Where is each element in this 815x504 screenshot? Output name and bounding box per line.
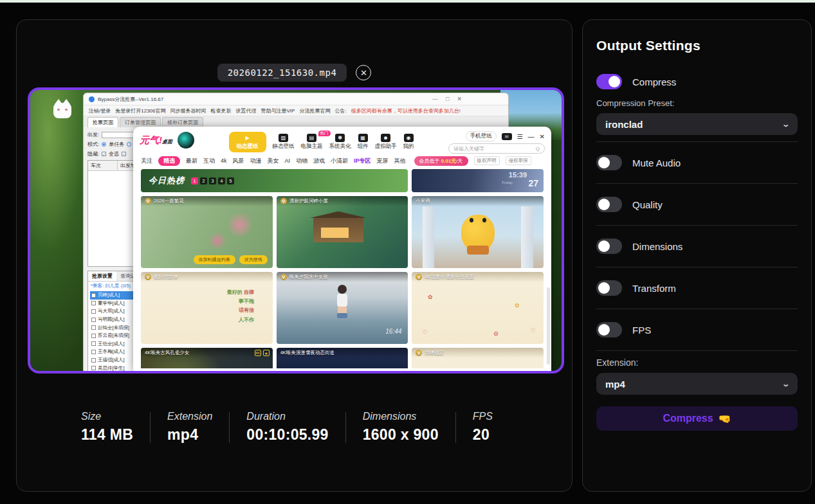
category-game[interactable]: 游戏 bbox=[313, 157, 325, 165]
wallpaper-card-peacock[interactable]: 4K唯美古风孔雀少女 4K★ bbox=[141, 348, 273, 368]
category-newest[interactable]: 最新 bbox=[186, 157, 197, 165]
close-icon[interactable]: ✕ bbox=[457, 96, 462, 102]
preset-label: Compression Preset: bbox=[596, 98, 798, 108]
category-animal[interactable]: 动物 bbox=[296, 157, 307, 165]
minimize-icon[interactable]: — bbox=[528, 133, 535, 140]
wallpaper-card-fresh-grid[interactable]: V4K治愈小清新分区桌面 ✿ ✿ ♡ ✿ ♡ bbox=[412, 272, 544, 344]
wallpaper-app-window: 元气!桌面 ▶ 动态壁纸 ▨ 静态壁纸 热门 ▤ 电脑主题 bbox=[133, 127, 551, 371]
video-preview[interactable]: Bypass分流抢票--Ver1.16.67 — □ ✕ 注销/登录 免登录打开… bbox=[28, 87, 564, 374]
page-dot[interactable]: 2 bbox=[200, 177, 207, 184]
nav-dynamic-wallpaper[interactable]: ▶ 动态壁纸 bbox=[229, 132, 266, 152]
search-input[interactable]: 请输入关键字 Q bbox=[448, 143, 545, 154]
infringement-report-button[interactable]: 侵权举报 bbox=[506, 156, 531, 165]
tab-grab-settings[interactable]: 抢票设置 bbox=[88, 271, 116, 281]
toolbar-item[interactable]: 检查更新 bbox=[210, 107, 231, 114]
category-featured[interactable]: 精选 bbox=[158, 156, 180, 166]
minimize-icon[interactable]: — bbox=[432, 96, 438, 102]
category-ip-zone[interactable]: IP专区 bbox=[354, 157, 371, 165]
wallpaper-card-mascot[interactable]: 小呆萌 bbox=[412, 196, 544, 268]
panel-title: Output Settings bbox=[596, 38, 798, 53]
category-follow[interactable]: 关注 bbox=[141, 157, 152, 165]
nav-mine[interactable]: ◉ 我的 bbox=[403, 134, 414, 150]
compression-preset-select[interactable]: ironclad ⌄ bbox=[596, 113, 798, 135]
category-scenery[interactable]: 风景 bbox=[233, 157, 244, 165]
wallpaper-card-emotion[interactable]: V情绪稳定 情 bbox=[412, 348, 544, 368]
nav-virtual-assistant[interactable]: ☻ 虚拟助手 bbox=[375, 134, 397, 150]
wallpaper-card-sunset-girl[interactable]: V唯美夕阳水中女孩 16:44 bbox=[277, 272, 408, 344]
maximize-icon[interactable]: □ bbox=[446, 96, 449, 102]
category-4k[interactable]: 4k bbox=[221, 158, 227, 164]
avatar[interactable] bbox=[178, 132, 194, 148]
wallpaper-card-snow-street[interactable]: 4K唯美浪漫雪夜动态街道 bbox=[277, 348, 408, 368]
close-icon[interactable]: ✕ bbox=[540, 133, 545, 140]
toolbar-item[interactable]: 设置代理 bbox=[235, 107, 256, 114]
image-icon: ▨ bbox=[279, 134, 288, 142]
vip-icon: V bbox=[145, 198, 151, 204]
nav-system-beautify[interactable]: ✽ 系统美化 bbox=[329, 134, 351, 150]
category-interactive[interactable]: 互动 bbox=[203, 157, 215, 165]
transform-toggle[interactable] bbox=[596, 280, 622, 296]
tab-grab[interactable]: 抢票页面 bbox=[87, 117, 118, 127]
mode-option-label: 单任务 bbox=[109, 141, 124, 148]
remove-file-button[interactable]: ✕ bbox=[356, 65, 371, 80]
wallpaper-card-discipline[interactable]: V最好的自律 最好的 自律 事不拖 话有信 人不作 bbox=[141, 272, 273, 344]
scrollbar[interactable] bbox=[547, 287, 550, 364]
page-dot[interactable]: 4 bbox=[218, 177, 225, 184]
category-pet-screen[interactable]: 宠屏 bbox=[377, 157, 389, 165]
bypass-tabs: 抢票页面 订单管理页面 候补订单页面 bbox=[84, 116, 508, 127]
category-anime[interactable]: 动漫 bbox=[250, 157, 262, 165]
radio-single-task[interactable] bbox=[102, 142, 106, 147]
nav-widgets[interactable]: ▦ 组件 bbox=[358, 134, 369, 150]
add-to-playlist-button[interactable]: 添加到播放列表 bbox=[194, 255, 235, 264]
dimensions-toggle[interactable] bbox=[596, 239, 622, 254]
toolbar-item[interactable]: 注销/登录 bbox=[89, 107, 111, 114]
assistant-icon: ☻ bbox=[381, 134, 390, 142]
compress-toggle[interactable] bbox=[596, 74, 622, 89]
fps-toggle-row: FPS bbox=[596, 316, 798, 344]
account-status: ① 当前账号:[贝峰] [免费版] bbox=[88, 373, 167, 374]
filename-row: 20260122_151630.mp4 ✕ bbox=[17, 64, 572, 82]
toolbar-item[interactable]: 赞助与注册VIP bbox=[261, 107, 295, 114]
mute-audio-toggle-row: Mute Audio bbox=[596, 148, 798, 177]
copyright-statement-button[interactable]: 版权声明 bbox=[474, 156, 500, 165]
toolbar-item[interactable]: 分流抢票官网 bbox=[299, 107, 330, 114]
category-beauty[interactable]: 美女 bbox=[268, 157, 279, 165]
compress-button[interactable]: Compress 🤜 bbox=[596, 406, 798, 431]
extension-select[interactable]: mp4 ⌄ bbox=[596, 373, 798, 395]
fps-toggle[interactable] bbox=[596, 322, 622, 338]
meta-extension: Extension mp4 bbox=[167, 411, 212, 444]
tab-waitlist[interactable]: 候补订单页面 bbox=[162, 117, 203, 127]
vip-icon: V bbox=[416, 274, 422, 280]
phone-wallpaper-button[interactable]: 手机壁纸 bbox=[466, 131, 497, 141]
checkbox[interactable]: ✓ bbox=[122, 152, 126, 156]
wallpaper-card-flowers[interactable]: V2026一路繁花 添加到播放列表 设为壁纸 bbox=[141, 196, 273, 268]
page-dot[interactable]: 1 bbox=[191, 177, 198, 184]
hot-ranking-banner[interactable]: 今日热榜 1 2 3 4 5 bbox=[141, 169, 408, 192]
page-dot[interactable]: 5 bbox=[227, 177, 234, 184]
chevron-down-icon: ⌄ bbox=[782, 120, 790, 129]
menu-icon[interactable]: ☰ bbox=[517, 133, 523, 140]
page-dot[interactable]: 3 bbox=[209, 177, 216, 184]
nav-pc-theme[interactable]: 热门 ▤ 电脑主题 bbox=[301, 134, 323, 150]
vip-price-badge[interactable]: 会员低于 0.01元/天 bbox=[414, 156, 468, 166]
tab-orders[interactable]: 订单管理页面 bbox=[120, 117, 161, 127]
quality-toggle[interactable] bbox=[596, 197, 622, 212]
select-all-checkbox[interactable]: ✓ bbox=[102, 152, 106, 156]
filename-chip: 20260122_151630.mp4 bbox=[217, 64, 347, 82]
mute-audio-toggle[interactable] bbox=[596, 155, 622, 170]
set-as-wallpaper-button[interactable]: 设为壁纸 bbox=[239, 255, 268, 264]
category-ai[interactable]: AI bbox=[285, 158, 291, 164]
nav-static-wallpaper[interactable]: ▨ 静态壁纸 bbox=[273, 134, 295, 150]
clock-wallpaper-card[interactable]: 15:39 Friday 27 bbox=[412, 169, 544, 192]
announcement-text: 很多区间都有余票，可以使用多台查询多加几台! bbox=[351, 107, 461, 114]
category-fresh[interactable]: 小清新 bbox=[331, 157, 348, 165]
wallpaper-header: 元气!桌面 ▶ 动态壁纸 ▨ 静态壁纸 热门 ▤ 电脑主题 bbox=[133, 127, 551, 154]
monitor-icon: ▤ bbox=[307, 134, 316, 142]
category-other[interactable]: 其他 bbox=[394, 157, 406, 165]
toolbar-item[interactable]: 免登录打开12306官网 bbox=[115, 107, 165, 114]
mail-icon[interactable]: ✉ bbox=[502, 133, 512, 140]
play-icon: ▶ bbox=[243, 134, 252, 142]
toolbar-item[interactable]: 同步服务器时间 bbox=[170, 107, 206, 114]
radio-other[interactable] bbox=[127, 142, 131, 147]
wallpaper-card-cabin[interactable]: V清新护眼河畔小屋 bbox=[277, 196, 408, 268]
